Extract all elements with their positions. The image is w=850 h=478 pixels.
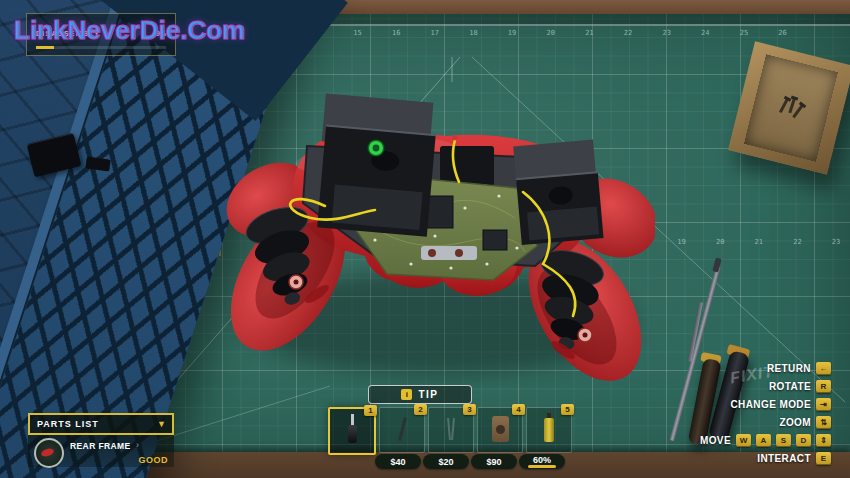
e-key-icon: E [816, 452, 831, 465]
part-thumbnail-icon [34, 438, 64, 468]
info-icon: i [401, 389, 412, 400]
d-key-icon: D [796, 434, 811, 447]
capacity-value: 60% [533, 455, 551, 465]
price-badge: $40 [375, 454, 421, 469]
chevron-right-icon: › [136, 440, 139, 450]
slot-number-badge: 2 [414, 404, 427, 415]
hotbar-slot-pry-tool[interactable]: 2 [379, 407, 425, 453]
parts-list-item[interactable]: REAR FRAME › GOOD [28, 435, 174, 467]
arrows-key-icon: ⇕ [816, 434, 831, 447]
tool-price-row: $40 $20 $90 60% [375, 454, 566, 469]
keybind-label: RETURN [767, 363, 811, 374]
disassembly-progress-track [36, 46, 166, 49]
capacity-badge: 60% [519, 454, 565, 469]
a-key-icon: A [756, 434, 771, 447]
price-badge: $20 [423, 454, 469, 469]
w-key-icon: W [736, 434, 751, 447]
hotbar-slot-screwdriver[interactable]: 1 [328, 407, 376, 455]
hotbar-slot-lubricant-spray[interactable]: 5 [526, 407, 572, 453]
parts-list-panel: PARTS LIST ▼ REAR FRAME › GOOD [28, 413, 174, 467]
tip-button[interactable]: i TIP [368, 385, 472, 404]
chevron-down-icon[interactable]: ▼ [157, 419, 166, 429]
keybind-return: RETURN ← [767, 362, 831, 375]
part-name: REAR FRAME [70, 441, 131, 451]
s-key-icon: S [776, 434, 791, 447]
backspace-key-icon: ← [816, 362, 831, 375]
tab-key-icon: ⇥ [816, 398, 831, 411]
price-badge: $90 [471, 454, 517, 469]
keybind-move: MOVE W A S D ⇕ [700, 434, 831, 447]
slot-number-badge: 3 [463, 404, 476, 415]
keybind-change-mode: CHANGE MODE ⇥ [730, 398, 831, 411]
keybind-rotate: ROTATE R [769, 380, 831, 393]
slot-number-badge: 4 [512, 404, 525, 415]
tip-label: TIP [418, 389, 438, 400]
keybind-label: INTERACT [757, 453, 811, 464]
game-screen: 13 14 15 16 17 18 19 20 21 22 23 24 25 2… [0, 0, 850, 478]
scroll-key-icon: ⇅ [816, 416, 831, 429]
keybind-label: CHANGE MODE [730, 399, 811, 410]
disassembly-progress-fill [36, 46, 54, 49]
keybind-zoom: ZOOM ⇅ [779, 416, 831, 429]
keybind-label: ZOOM [779, 417, 811, 428]
part-condition-badge: GOOD [138, 455, 168, 465]
site-watermark: LinkNeverDie.Com [14, 15, 245, 46]
r-key-icon: R [816, 380, 831, 393]
slot-number-badge: 5 [561, 404, 574, 415]
slot-number-badge: 1 [364, 405, 377, 416]
keybind-label: ROTATE [769, 381, 811, 392]
parts-list-title: PARTS LIST [37, 419, 99, 429]
keybind-help: RETURN ← ROTATE R CHANGE MODE ⇥ ZOOM ⇅ M… [700, 362, 831, 465]
tool-hotbar: 1 2 3 4 5 [328, 407, 572, 455]
keybind-interact: INTERACT E [757, 452, 831, 465]
keybind-label: MOVE [700, 435, 731, 446]
hotbar-slot-tweezers[interactable]: 3 [428, 407, 474, 453]
parts-list-header[interactable]: PARTS LIST ▼ [28, 413, 174, 435]
hotbar-slot-sander[interactable]: 4 [477, 407, 523, 453]
capacity-bar [528, 465, 556, 468]
hud-overlay: DISASSEMBLY 9% LinkNeverDie.Com FIXIT PA… [0, 0, 850, 478]
